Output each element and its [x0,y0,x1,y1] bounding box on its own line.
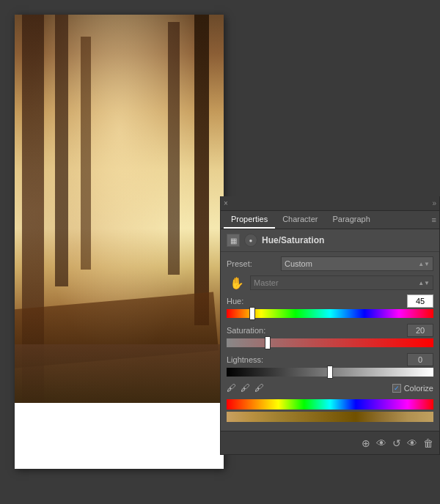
grid-icon-symbol: ▦ [230,237,237,245]
tab-paragraph[interactable]: Paragraph [325,211,377,229]
visibility-icon[interactable]: 👁 [376,437,386,449]
panel-tabs: Properties Character Paragraph ≡ [221,211,439,229]
hue-value: 45 [416,297,425,305]
eyedropper-icon-3[interactable]: 🖋 [254,382,264,393]
saturation-slider-thumb[interactable] [265,336,271,349]
tree-decoration [81,37,91,270]
saturation-slider-track[interactable] [227,338,433,347]
preset-row: Preset: Custom ▲▼ [227,256,433,271]
colorize-label: Colorize [404,384,433,393]
lightness-slider-header: Lightness: 0 [227,353,433,366]
preset-select[interactable]: Custom ▲▼ [281,256,433,271]
trash-icon[interactable]: 🗑 [423,437,433,449]
colorize-checkbox-row: Colorize [392,384,433,393]
hue-color-bar [227,399,433,410]
bottom-toolbar: ⊕ 👁 ↺ 👁 🗑 [221,431,439,454]
new-layer-icon[interactable]: ⊕ [362,437,370,449]
saturation-value-box[interactable]: 20 [407,324,433,337]
panel-titlebar: × » [221,196,439,211]
adjustment-circle-icon[interactable]: ● [244,234,257,247]
saturation-label: Saturation: [227,326,278,335]
master-dropdown-arrow: ▲▼ [418,280,430,286]
photo-area [15,15,224,403]
lightness-label: Lightness: [227,355,278,364]
panel-section-title: Hue/Saturation [262,235,324,245]
hue-slider-row: Hue: 45 [227,294,433,318]
master-select[interactable]: Master ▲▼ [250,275,433,290]
titlebar-left: × [224,199,228,207]
tree-decoration [55,15,68,286]
lightness-slider-track[interactable] [227,368,433,377]
panel-header: ▦ ● Hue/Saturation [221,229,439,252]
hand-icon: ✋ [230,276,244,290]
colorize-checkbox[interactable] [392,384,401,393]
tab-properties[interactable]: Properties [224,211,275,229]
lightness-value-box[interactable]: 0 [407,353,433,366]
panel-menu-button[interactable]: ≡ [432,215,436,224]
lightness-value: 0 [418,355,422,364]
lightness-slider-row: Lightness: 0 [227,353,433,377]
hue-slider-header: Hue: 45 [227,294,433,308]
ground-decoration [15,344,224,403]
hue-slider-track[interactable] [227,309,433,318]
master-row: ✋ Master ▲▼ [227,275,433,290]
tab-character[interactable]: Character [275,211,325,229]
photo-image [15,15,224,403]
close-button[interactable]: × [224,199,228,207]
hue-value-box[interactable]: 45 [407,294,433,308]
properties-panel: × » Properties Character Paragraph ≡ ▦ ●… [220,196,440,455]
adjustment-grid-icon[interactable]: ▦ [227,234,240,247]
undo-icon[interactable]: ↺ [392,437,401,449]
tree-decoration [168,22,180,275]
saturation-slider-row: Saturation: 20 [227,324,433,347]
hue-label: Hue: [227,297,278,305]
eye-icon[interactable]: 👁 [407,437,417,449]
preset-label: Preset: [227,259,278,268]
preset-dropdown-arrow: ▲▼ [418,261,430,267]
canvas-area [15,15,224,469]
circle-icon-symbol: ● [249,237,253,244]
panel-content: Preset: Custom ▲▼ ✋ Master ▲▼ Hue: 45 [221,252,439,431]
eyedropper-icon-2[interactable]: 🖋 [241,382,250,393]
output-color-bar [227,412,433,422]
saturation-slider-header: Saturation: 20 [227,324,433,337]
white-canvas-area [15,403,224,469]
preset-value: Custom [285,259,312,268]
eyedropper-icon-1[interactable]: 🖋 [227,382,236,393]
tools-row: 🖋 🖋 🖋 Colorize [227,382,433,393]
tree-decoration [194,15,209,325]
lightness-slider-thumb[interactable] [327,366,333,379]
master-value: Master [254,278,279,287]
saturation-value: 20 [416,326,425,335]
hue-slider-thumb[interactable] [249,307,255,320]
collapse-button[interactable]: » [432,199,436,207]
